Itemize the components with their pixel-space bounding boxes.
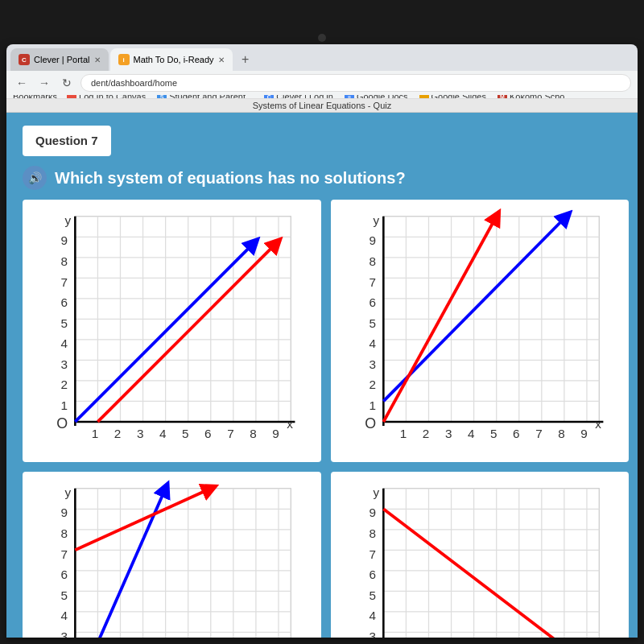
forward-button[interactable]: → — [35, 76, 53, 89]
page-title-bar: Systems of Linear Equations - Quiz — [6, 99, 638, 113]
svg-text:7: 7 — [60, 547, 68, 561]
tab-iready-close[interactable]: ✕ — [218, 56, 225, 64]
svg-text:4: 4 — [369, 609, 376, 622]
svg-text:8: 8 — [60, 526, 68, 540]
svg-text:4: 4 — [60, 336, 68, 350]
svg-text:7: 7 — [369, 275, 376, 289]
page-title: Systems of Linear Equations - Quiz — [253, 101, 391, 110]
svg-text:4: 4 — [60, 609, 68, 622]
svg-text:7: 7 — [227, 427, 234, 440]
tab-clever-label: Clever | Portal — [34, 55, 90, 64]
svg-text:2: 2 — [114, 427, 122, 440]
svg-text:2: 2 — [422, 427, 429, 440]
svg-text:9: 9 — [369, 233, 376, 247]
new-tab-button[interactable]: + — [234, 48, 257, 71]
svg-text:3: 3 — [369, 357, 376, 371]
svg-text:6: 6 — [204, 427, 212, 440]
svg-text:9: 9 — [580, 427, 588, 440]
question-box: Question 7 — [23, 126, 111, 156]
svg-text:9: 9 — [60, 233, 68, 247]
svg-text:2: 2 — [60, 378, 68, 391]
svg-text:7: 7 — [60, 275, 68, 289]
svg-text:O: O — [56, 415, 68, 431]
svg-text:6: 6 — [369, 568, 376, 581]
svg-text:5: 5 — [182, 427, 189, 440]
svg-text:3: 3 — [60, 630, 68, 638]
graph-3-svg: O 1 2 3 4 5 6 7 8 9 x y 9 8 7 6 5 — [29, 478, 315, 638]
graphs-grid: O 1 2 3 4 5 6 7 8 9 x y 9 8 7 6 5 — [23, 200, 621, 638]
svg-text:8: 8 — [250, 427, 257, 440]
back-button[interactable]: ← — [13, 76, 31, 89]
svg-text:O: O — [365, 415, 376, 431]
question-number: Question 7 — [35, 134, 98, 147]
svg-text:6: 6 — [513, 427, 520, 440]
svg-text:4: 4 — [159, 427, 167, 440]
svg-text:7: 7 — [535, 427, 543, 440]
tab-clever-portal[interactable]: C Clever | Portal ✕ — [10, 48, 109, 71]
bezel-top — [0, 0, 644, 48]
graph-1[interactable]: O 1 2 3 4 5 6 7 8 9 x y 9 8 7 6 5 — [23, 200, 321, 462]
question-text: Which system of equations has no solutio… — [55, 169, 406, 188]
svg-text:1: 1 — [60, 398, 68, 412]
graph-1-svg: O 1 2 3 4 5 6 7 8 9 x y 9 8 7 6 5 — [29, 206, 315, 452]
svg-text:4: 4 — [468, 427, 475, 440]
svg-text:y: y — [65, 485, 72, 499]
svg-text:3: 3 — [369, 630, 376, 638]
svg-text:x: x — [595, 417, 601, 431]
svg-text:1: 1 — [92, 427, 99, 440]
svg-text:5: 5 — [60, 316, 68, 330]
svg-text:2: 2 — [369, 378, 376, 391]
svg-text:5: 5 — [490, 427, 497, 440]
svg-text:6: 6 — [60, 568, 68, 581]
graph-3[interactable]: O 1 2 3 4 5 6 7 8 9 x y 9 8 7 6 5 — [23, 472, 321, 638]
main-content: Question 7 🔊 Which system of equations h… — [6, 113, 638, 638]
svg-text:9: 9 — [60, 506, 68, 520]
svg-text:3: 3 — [444, 427, 452, 440]
svg-text:y: y — [373, 213, 379, 227]
svg-text:y: y — [65, 213, 72, 227]
graph-4[interactable]: O 1 2 3 4 5 6 7 8 9 x y 9 8 7 6 5 — [331, 472, 630, 638]
svg-rect-88 — [75, 489, 291, 638]
tab-iready-label: Math To Do, i-Ready — [134, 55, 214, 64]
clever-favicon: C — [19, 54, 30, 65]
address-bar-row: ← → ↻ dent/dashboard/home — [6, 71, 638, 95]
graph-2-svg: O 1 2 3 4 5 6 7 8 9 x y 9 8 7 6 5 — [337, 206, 623, 452]
svg-rect-132 — [383, 489, 599, 638]
graph-4-svg: O 1 2 3 4 5 6 7 8 9 x y 9 8 7 6 5 — [337, 478, 623, 638]
svg-text:4: 4 — [369, 336, 376, 350]
iready-favicon: i — [118, 54, 130, 65]
speaker-icon[interactable]: 🔊 — [23, 166, 47, 190]
graph-2[interactable]: O 1 2 3 4 5 6 7 8 9 x y 9 8 7 6 5 — [331, 200, 630, 462]
svg-text:3: 3 — [60, 357, 68, 371]
svg-text:1: 1 — [399, 427, 407, 440]
camera — [318, 34, 326, 42]
svg-text:8: 8 — [369, 526, 376, 540]
svg-text:8: 8 — [60, 254, 68, 268]
svg-text:1: 1 — [369, 398, 376, 412]
svg-text:3: 3 — [137, 427, 144, 440]
svg-text:6: 6 — [369, 295, 376, 309]
svg-text:5: 5 — [60, 588, 68, 602]
svg-text:9: 9 — [369, 506, 376, 520]
reload-button[interactable]: ↻ — [58, 76, 76, 89]
browser-window: C Clever | Portal ✕ i Math To Do, i-Read… — [6, 44, 638, 638]
svg-text:6: 6 — [60, 295, 68, 309]
question-text-row: 🔊 Which system of equations has no solut… — [23, 166, 621, 190]
svg-text:9: 9 — [272, 427, 279, 440]
svg-text:5: 5 — [369, 316, 376, 330]
address-bar[interactable]: dent/dashboard/home — [80, 74, 631, 92]
tab-iready[interactable]: i Math To Do, i-Ready ✕ — [110, 48, 233, 71]
svg-text:7: 7 — [369, 547, 376, 561]
tab-bar: C Clever | Portal ✕ i Math To Do, i-Read… — [6, 44, 638, 71]
svg-text:8: 8 — [369, 254, 376, 268]
tab-clever-close[interactable]: ✕ — [94, 56, 101, 64]
svg-text:x: x — [287, 417, 293, 431]
svg-text:y: y — [373, 485, 379, 499]
svg-text:8: 8 — [558, 427, 565, 440]
svg-text:5: 5 — [369, 588, 376, 602]
